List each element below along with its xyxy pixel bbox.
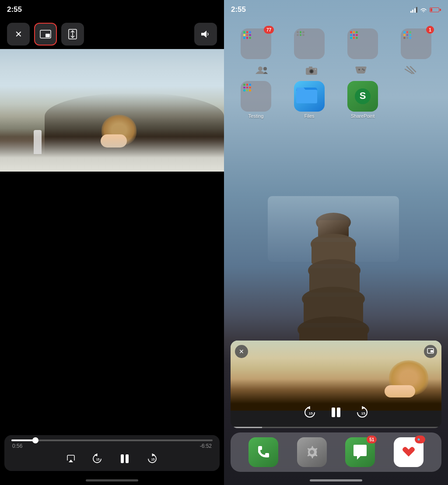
app-grid-row2: Testing Files S SharePoint (224, 77, 448, 123)
wifi-icon (420, 7, 427, 13)
scrubber-row (11, 439, 213, 441)
testing-folder-icon (241, 81, 271, 112)
svg-marker-4 (201, 31, 206, 38)
battery-icon (430, 7, 441, 12)
health-badge (415, 436, 425, 443)
svg-rect-40 (332, 408, 335, 417)
scrubber-track[interactable] (11, 439, 213, 441)
close-button[interactable]: ✕ (7, 23, 30, 46)
app-files[interactable]: Files (286, 81, 332, 119)
resize-icon (68, 29, 77, 39)
sub-icons-row (224, 65, 448, 76)
svg-rect-1 (46, 34, 50, 37)
dock: 51 (231, 432, 441, 472)
badge-1: 1 (426, 26, 434, 34)
utility-icon-1 (241, 66, 283, 75)
settings-icon (304, 444, 320, 460)
pip-scrubber[interactable] (231, 427, 441, 428)
badge-77: 77 (264, 26, 274, 34)
app-grid-row1: 77 (224, 24, 448, 65)
svg-rect-35 (296, 90, 317, 103)
pause-icon (119, 453, 131, 465)
svg-point-44 (417, 439, 420, 441)
playback-controls-row: 15 15 (11, 453, 213, 465)
app-sharepoint[interactable]: S SharePoint (340, 81, 386, 119)
svg-rect-7 (126, 454, 129, 463)
svg-point-24 (310, 70, 313, 73)
sharepoint-icon: S (347, 81, 378, 112)
testing-label: Testing (248, 113, 264, 119)
pip-forward-label: 15 (361, 411, 365, 415)
pip-container: ✕ 15 (231, 341, 441, 428)
video-black-area (0, 172, 224, 435)
forward-button[interactable]: 15 (147, 453, 158, 464)
health-icon (401, 444, 416, 460)
utility-icon-2 (290, 66, 332, 75)
time-row: 0:56 -6:52 (11, 443, 213, 449)
pip-controls-row: 15 15 (231, 405, 441, 419)
airplay-icon (66, 454, 76, 463)
svg-rect-6 (121, 454, 124, 463)
folder-icon-2 (294, 28, 325, 59)
home-indicator-right (310, 479, 362, 481)
pip-pause-button[interactable] (329, 405, 343, 419)
svg-point-21 (263, 67, 267, 70)
dock-messages-button[interactable]: 51 (345, 437, 375, 467)
svg-point-43 (310, 450, 314, 454)
pause-button[interactable] (119, 453, 131, 465)
pip-forward-button[interactable]: 15 (355, 405, 369, 419)
video-scene (0, 49, 224, 172)
dock-health-button[interactable] (394, 437, 424, 467)
airplay-button[interactable] (66, 454, 76, 463)
app-folder-4[interactable]: 1 (393, 28, 439, 61)
app-testing-folder[interactable]: Testing (233, 81, 279, 119)
folder-icon-4: 1 (401, 28, 431, 59)
pip-toggle-button[interactable] (34, 23, 57, 46)
files-label: Files (304, 113, 314, 119)
app-empty-slot (393, 81, 439, 119)
app-folder-2[interactable] (286, 28, 332, 61)
video-controls: 0:56 -6:52 15 (4, 435, 220, 471)
sharepoint-label: SharePoint (351, 113, 374, 119)
volume-icon (200, 30, 211, 39)
pip-rewind-label: 15 (309, 411, 313, 415)
svg-point-29 (362, 69, 363, 70)
rock-svg (268, 196, 399, 362)
svg-point-30 (363, 70, 364, 71)
svg-point-26 (315, 69, 316, 70)
svg-rect-41 (337, 408, 340, 417)
pip-expand-button[interactable] (424, 345, 437, 358)
left-status-bar: 2:55 (0, 0, 224, 19)
app-folder-3[interactable] (340, 28, 386, 61)
time-current: 0:56 (12, 443, 22, 449)
home-indicator-left (0, 475, 224, 485)
resize-button[interactable] (61, 23, 84, 46)
rewind-label: 15 (96, 458, 100, 461)
close-icon: ✕ (15, 29, 22, 39)
pip-close-button[interactable]: ✕ (235, 345, 248, 358)
video-frame (0, 49, 224, 172)
rocks-visual (268, 196, 399, 362)
volume-button[interactable] (194, 23, 217, 46)
right-status-icons (410, 7, 441, 13)
svg-rect-25 (309, 67, 312, 68)
pip-pause-icon (329, 405, 343, 419)
pip-icon (40, 30, 51, 39)
utility-icon-3 (340, 66, 382, 75)
dock-settings-button[interactable] (297, 437, 327, 467)
left-panel: 2:55 ✕ (0, 0, 224, 485)
svg-rect-39 (430, 350, 433, 352)
pip-rewind-button[interactable]: 15 (303, 405, 317, 419)
rewind-button[interactable]: 15 (91, 453, 103, 464)
folder-icon-1: 77 (241, 28, 271, 59)
scrubber-thumb (32, 437, 38, 443)
svg-point-45 (420, 439, 422, 441)
utility-icon-4 (389, 66, 431, 75)
right-time: 2:55 (231, 5, 246, 14)
forward-label: 15 (151, 458, 155, 461)
app-folder-1[interactable]: 77 (233, 28, 279, 61)
pip-scrubber-fill (231, 427, 262, 428)
signal-bars-icon (410, 7, 418, 13)
svg-marker-5 (69, 460, 73, 462)
dock-phone-button[interactable] (248, 437, 278, 467)
